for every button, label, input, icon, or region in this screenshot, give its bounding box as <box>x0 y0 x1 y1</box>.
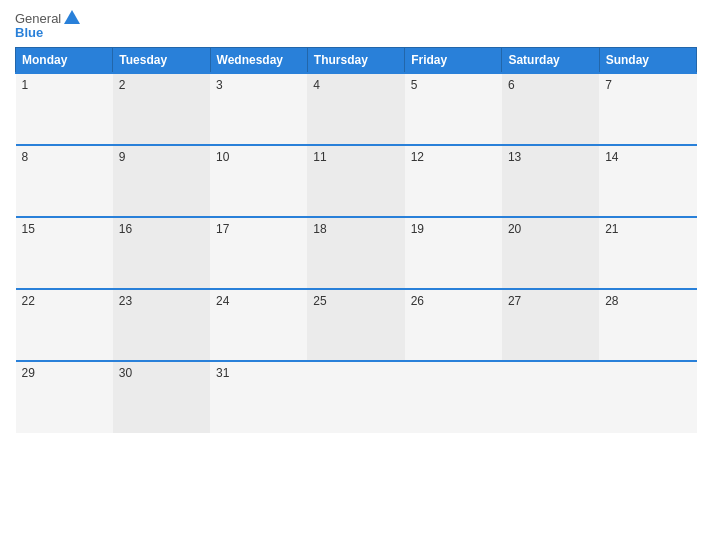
weekday-header-friday: Friday <box>405 48 502 74</box>
weekday-header-thursday: Thursday <box>307 48 404 74</box>
day-number: 16 <box>119 222 132 236</box>
weekday-header-tuesday: Tuesday <box>113 48 210 74</box>
day-number: 26 <box>411 294 424 308</box>
calendar-cell <box>502 361 599 433</box>
day-number: 2 <box>119 78 126 92</box>
day-number: 27 <box>508 294 521 308</box>
day-number: 30 <box>119 366 132 380</box>
calendar-header: General Blue <box>15 10 697 39</box>
calendar-week-row: 1234567 <box>16 73 697 145</box>
weekday-header-wednesday: Wednesday <box>210 48 307 74</box>
day-number: 23 <box>119 294 132 308</box>
weekday-header-monday: Monday <box>16 48 113 74</box>
calendar-cell <box>405 361 502 433</box>
day-number: 10 <box>216 150 229 164</box>
calendar-cell: 26 <box>405 289 502 361</box>
calendar-week-row: 15161718192021 <box>16 217 697 289</box>
day-number: 21 <box>605 222 618 236</box>
calendar-cell: 31 <box>210 361 307 433</box>
logo-blue-text: Blue <box>15 26 43 39</box>
calendar-tbody: 1234567891011121314151617181920212223242… <box>16 73 697 433</box>
calendar-cell: 24 <box>210 289 307 361</box>
day-number: 9 <box>119 150 126 164</box>
logo-triangle-icon <box>64 10 80 24</box>
day-number: 20 <box>508 222 521 236</box>
calendar-week-row: 22232425262728 <box>16 289 697 361</box>
day-number: 25 <box>313 294 326 308</box>
logo-general-text: General <box>15 12 61 25</box>
calendar-cell: 12 <box>405 145 502 217</box>
calendar-cell: 3 <box>210 73 307 145</box>
day-number: 29 <box>22 366 35 380</box>
calendar-table: MondayTuesdayWednesdayThursdayFridaySatu… <box>15 47 697 433</box>
calendar-cell: 10 <box>210 145 307 217</box>
calendar-cell: 1 <box>16 73 113 145</box>
day-number: 14 <box>605 150 618 164</box>
calendar-cell: 25 <box>307 289 404 361</box>
calendar-cell: 30 <box>113 361 210 433</box>
calendar-cell: 9 <box>113 145 210 217</box>
calendar-cell: 27 <box>502 289 599 361</box>
day-number: 18 <box>313 222 326 236</box>
day-number: 17 <box>216 222 229 236</box>
weekday-header-row: MondayTuesdayWednesdayThursdayFridaySatu… <box>16 48 697 74</box>
calendar-cell: 13 <box>502 145 599 217</box>
calendar-cell: 4 <box>307 73 404 145</box>
day-number: 28 <box>605 294 618 308</box>
day-number: 15 <box>22 222 35 236</box>
calendar-container: General Blue MondayTuesdayWednesdayThurs… <box>0 0 712 550</box>
calendar-cell: 29 <box>16 361 113 433</box>
calendar-cell: 11 <box>307 145 404 217</box>
calendar-cell: 2 <box>113 73 210 145</box>
day-number: 4 <box>313 78 320 92</box>
calendar-week-row: 293031 <box>16 361 697 433</box>
day-number: 5 <box>411 78 418 92</box>
calendar-cell: 6 <box>502 73 599 145</box>
calendar-cell: 16 <box>113 217 210 289</box>
day-number: 24 <box>216 294 229 308</box>
weekday-header-sunday: Sunday <box>599 48 696 74</box>
day-number: 8 <box>22 150 29 164</box>
calendar-cell: 23 <box>113 289 210 361</box>
calendar-cell: 7 <box>599 73 696 145</box>
weekday-header-saturday: Saturday <box>502 48 599 74</box>
day-number: 3 <box>216 78 223 92</box>
calendar-cell: 19 <box>405 217 502 289</box>
calendar-cell <box>307 361 404 433</box>
calendar-cell <box>599 361 696 433</box>
day-number: 22 <box>22 294 35 308</box>
logo: General Blue <box>15 10 80 39</box>
calendar-cell: 21 <box>599 217 696 289</box>
calendar-cell: 8 <box>16 145 113 217</box>
calendar-cell: 28 <box>599 289 696 361</box>
day-number: 19 <box>411 222 424 236</box>
day-number: 7 <box>605 78 612 92</box>
day-number: 6 <box>508 78 515 92</box>
calendar-cell: 14 <box>599 145 696 217</box>
day-number: 11 <box>313 150 326 164</box>
day-number: 31 <box>216 366 229 380</box>
calendar-cell: 5 <box>405 73 502 145</box>
calendar-cell: 22 <box>16 289 113 361</box>
calendar-cell: 18 <box>307 217 404 289</box>
calendar-cell: 20 <box>502 217 599 289</box>
calendar-cell: 15 <box>16 217 113 289</box>
day-number: 1 <box>22 78 29 92</box>
calendar-week-row: 891011121314 <box>16 145 697 217</box>
calendar-cell: 17 <box>210 217 307 289</box>
day-number: 12 <box>411 150 424 164</box>
day-number: 13 <box>508 150 521 164</box>
calendar-thead: MondayTuesdayWednesdayThursdayFridaySatu… <box>16 48 697 74</box>
